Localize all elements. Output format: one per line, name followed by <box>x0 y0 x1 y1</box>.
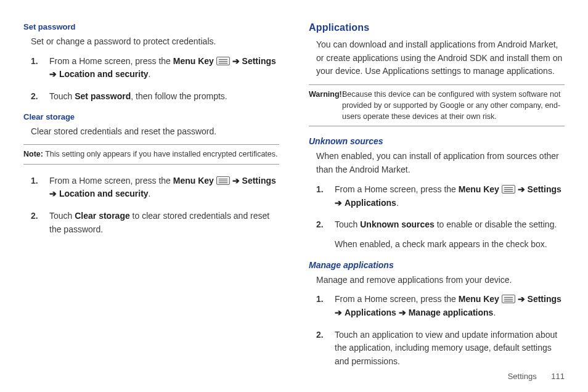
heading-clear-storage: Clear storage <box>23 112 279 121</box>
arrow-icon: ➔ <box>232 56 240 66</box>
menu-key-icon <box>216 57 230 65</box>
bold-text: Applications <box>345 308 396 317</box>
step-number: 2. <box>31 210 38 223</box>
period: . <box>149 189 151 198</box>
note-box: Note: This setting only appears if you h… <box>23 144 279 164</box>
arrow-icon: ➔ <box>335 308 342 317</box>
clear-storage-steps: 1. From a Home screen, press the Menu Ke… <box>23 174 279 237</box>
list-item: 1. From a Home screen, press the Menu Ke… <box>49 55 279 81</box>
bold-text: Manage applications <box>409 308 494 317</box>
bold-text: Settings <box>528 184 561 194</box>
step-number: 1. <box>316 183 324 197</box>
step-text: From a Home screen, press the <box>335 184 459 194</box>
menu-key-icon <box>502 295 515 303</box>
manage-applications-intro: Manage and remove applications from your… <box>309 274 565 287</box>
step-text: Touch <box>49 91 75 101</box>
step-number: 1. <box>31 55 38 68</box>
bold-text: Settings <box>528 294 561 304</box>
left-column: Set password Set or change a password to… <box>23 22 279 377</box>
step-text: From a Home screen, press the <box>49 176 173 186</box>
spacer <box>335 232 565 238</box>
footer-section: Settings <box>508 372 537 381</box>
step-number: 2. <box>316 329 324 342</box>
bold-text: Set password <box>75 91 131 101</box>
manage-applications-steps: 1. From a Home screen, press the Menu Ke… <box>309 293 565 368</box>
step-number: 2. <box>316 218 324 232</box>
list-item: 1. From a Home screen, press the Menu Ke… <box>335 293 565 319</box>
arrow-icon: ➔ <box>49 189 57 198</box>
set-password-steps: 1. From a Home screen, press the Menu Ke… <box>23 55 279 104</box>
footer-page-number: 111 <box>551 372 565 381</box>
bold-text: Location and security <box>59 189 149 198</box>
arrow-icon: ➔ <box>335 198 342 208</box>
step-text: When enabled, a check mark appears in th… <box>335 239 547 249</box>
clear-storage-intro: Clear stored credentials and reset the p… <box>23 125 279 139</box>
menu-key-icon <box>216 176 230 185</box>
heading-manage-applications: Manage applications <box>309 260 565 270</box>
step-number: 1. <box>31 174 38 188</box>
menu-key-icon <box>502 185 515 194</box>
note-text: This setting only appears if you have in… <box>43 150 278 158</box>
bold-text: Menu Key <box>459 294 499 304</box>
heading-set-password: Set password <box>23 22 279 31</box>
bold-text: Applications <box>345 198 396 208</box>
list-item: 2. Touch Unknown sources to enable or di… <box>335 218 565 251</box>
step-text: Touch <box>335 219 360 229</box>
step-text: , then follow the prompts. <box>131 91 227 101</box>
page-footer: Settings 111 <box>508 372 565 381</box>
bold-text: Menu Key <box>173 56 214 66</box>
page-content: Set password Set or change a password to… <box>0 0 588 377</box>
heading-unknown-sources: Unknown sources <box>309 136 565 146</box>
warning-box: Warning!: Because this device can be con… <box>309 84 565 126</box>
note-label: Note: <box>23 150 43 158</box>
arrow-icon: ➔ <box>232 176 240 186</box>
period: . <box>396 198 399 208</box>
warning-text: Because this device can be configured wi… <box>309 89 565 122</box>
bold-text: Location and security <box>59 69 149 79</box>
applications-intro: You can download and install application… <box>309 38 565 78</box>
arrow-icon: ➔ <box>518 184 525 194</box>
bold-text: Menu Key <box>459 184 499 194</box>
unknown-sources-steps: 1. From a Home screen, press the Menu Ke… <box>309 183 565 251</box>
bold-text: Clear storage <box>75 211 129 221</box>
step-number: 1. <box>316 293 324 306</box>
bold-text: Unknown sources <box>360 219 435 229</box>
step-text: Touch <box>49 211 75 221</box>
arrow-icon: ➔ <box>518 294 525 304</box>
step-text: Touch an application to view and update … <box>335 330 557 366</box>
bold-text: Settings <box>242 56 276 66</box>
heading-applications: Applications <box>309 22 565 33</box>
bold-text: Menu Key <box>173 176 214 186</box>
set-password-intro: Set or change a password to protect cred… <box>23 35 279 49</box>
right-column: Applications You can download and instal… <box>309 22 565 377</box>
period: . <box>149 69 151 79</box>
warning-wrap: Warning!: Because this device can be con… <box>309 89 565 122</box>
list-item: 2. Touch Set password, then follow the p… <box>49 90 279 104</box>
step-text: From a Home screen, press the <box>335 294 459 304</box>
bold-text: Settings <box>242 176 276 186</box>
list-item: 2. Touch an application to view and upda… <box>335 329 565 369</box>
arrow-icon: ➔ <box>399 308 406 317</box>
step-text: From a Home screen, press the <box>49 56 173 66</box>
warning-label: Warning!: <box>309 89 345 100</box>
step-text: to enable or disable the setting. <box>435 219 557 229</box>
arrow-icon: ➔ <box>49 69 57 79</box>
list-item: 2. Touch Clear storage to clear stored c… <box>49 210 279 236</box>
list-item: 1. From a Home screen, press the Menu Ke… <box>49 174 279 201</box>
step-number: 2. <box>31 90 38 104</box>
list-item: 1. From a Home screen, press the Menu Ke… <box>335 183 565 210</box>
unknown-sources-intro: When enabled, you can install of applica… <box>309 150 565 176</box>
period: . <box>493 308 496 317</box>
